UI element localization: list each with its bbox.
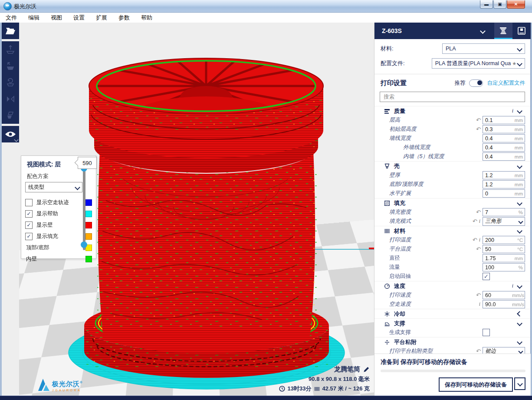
setting-checkbox[interactable] xyxy=(483,329,490,336)
recommended-custom-toggle[interactable] xyxy=(469,79,483,87)
setting-input[interactable] xyxy=(483,126,512,133)
close-button[interactable]: ✕ xyxy=(507,0,525,9)
tab-preview[interactable] xyxy=(494,23,512,39)
setting-input[interactable] xyxy=(483,292,512,299)
setting-input[interactable] xyxy=(483,181,512,188)
layer-slider-track[interactable] xyxy=(83,163,85,250)
section-header-shell[interactable]: 壳 xyxy=(374,161,530,171)
viewport-3d[interactable]: 视图模式: 层 配色方案 线类型 显示空走轨迹✓显示帮助✓显示壁✓显示填充顶部/… xyxy=(19,23,374,396)
custom-profile-link[interactable]: 自定义配置文件 xyxy=(487,79,525,87)
section-header-support[interactable]: 支撑 xyxy=(374,318,530,328)
legend-checkbox[interactable]: ✓ xyxy=(25,210,33,218)
move-tool-button[interactable] xyxy=(2,41,19,58)
setting-value-box[interactable]: % xyxy=(483,263,525,271)
setting-input[interactable] xyxy=(483,246,512,253)
setting-value-box[interactable]: mm xyxy=(483,254,525,262)
setting-input[interactable] xyxy=(483,190,512,197)
color-scheme-dropdown[interactable]: 线类型 xyxy=(25,182,82,192)
menu-item-6[interactable]: 参数 xyxy=(113,14,135,22)
save-options-button[interactable] xyxy=(514,377,525,390)
settings-search[interactable] xyxy=(380,92,525,102)
menu-item-1[interactable]: 文件 xyxy=(0,14,23,22)
undo-icon[interactable]: ↶ xyxy=(476,117,481,123)
section-header-infill[interactable]: 填充 xyxy=(374,198,530,208)
info-icon[interactable]: i xyxy=(479,237,480,243)
multiply-icon xyxy=(5,110,16,121)
setting-value-box[interactable]: °C xyxy=(483,245,525,253)
setting-input[interactable] xyxy=(483,117,512,124)
save-to-removable-button[interactable]: 保存到可移动的存储设备 xyxy=(439,377,513,392)
chevron-down-icon[interactable] xyxy=(517,108,522,114)
menu-item-7[interactable]: 帮助 xyxy=(135,14,158,22)
chevron-down-icon[interactable] xyxy=(517,339,522,345)
setting-value-box[interactable]: mm/s xyxy=(483,300,525,308)
setting-input[interactable] xyxy=(483,255,512,262)
chevron-down-icon[interactable] xyxy=(517,283,522,289)
setting-value-box[interactable]: mm xyxy=(483,125,525,133)
chevron-down-icon[interactable] xyxy=(517,163,522,169)
undo-icon[interactable]: ↶ xyxy=(476,126,481,132)
setting-value-box[interactable]: % xyxy=(483,208,525,216)
setting-input[interactable] xyxy=(483,301,512,308)
settings-search-input[interactable] xyxy=(383,93,522,100)
setting-value-box[interactable]: mm xyxy=(483,116,525,124)
info-icon[interactable]: i xyxy=(479,218,480,225)
undo-icon[interactable]: ↶ xyxy=(476,292,481,298)
setting-value-box[interactable]: mm xyxy=(483,171,525,179)
undo-icon[interactable]: ↶ xyxy=(473,237,477,243)
menu-item-4[interactable]: 设置 xyxy=(68,14,90,22)
layer-slider[interactable] xyxy=(82,160,86,254)
mirror-tool-button[interactable] xyxy=(2,91,19,107)
section-header-speed[interactable]: 速度i xyxy=(374,281,530,291)
section-header-material[interactable]: 材料 xyxy=(374,226,530,235)
setting-value-box[interactable]: mm xyxy=(483,143,525,152)
undo-icon[interactable]: ↶ xyxy=(473,218,477,224)
rotate-tool-button[interactable] xyxy=(2,74,19,91)
chevron-down-icon[interactable] xyxy=(517,228,522,234)
legend-checkbox[interactable]: ✓ xyxy=(25,221,33,229)
layer-slider-lower-handle[interactable] xyxy=(81,241,87,248)
chevron-down-icon[interactable] xyxy=(480,28,486,34)
setting-input[interactable] xyxy=(483,135,512,142)
profile-dropdown[interactable]: PLA 普通质量(PLA Normal Qua ★ xyxy=(432,58,525,69)
setting-value-box[interactable]: mm/s xyxy=(483,291,525,299)
printer-name[interactable]: Z-603S xyxy=(382,27,481,34)
legend-checkbox[interactable]: ✓ xyxy=(25,233,33,240)
info-icon[interactable]: i xyxy=(512,108,513,114)
setting-input[interactable] xyxy=(483,237,512,244)
menu-item-2[interactable]: 编辑 xyxy=(23,14,45,22)
chevron-down-icon[interactable] xyxy=(517,200,522,206)
legend-checkbox[interactable] xyxy=(25,199,33,206)
chevron-down-icon[interactable] xyxy=(517,321,522,326)
setting-value-box[interactable]: mm xyxy=(483,152,525,161)
setting-value-box[interactable]: °C xyxy=(483,236,525,244)
chevron-left-icon[interactable] xyxy=(517,311,522,317)
setting-checkbox[interactable]: ✓ xyxy=(483,273,490,280)
tab-monitor[interactable] xyxy=(512,23,531,39)
maximize-button[interactable]: ▣ xyxy=(493,0,506,9)
setting-input[interactable] xyxy=(483,153,512,160)
info-icon[interactable]: i xyxy=(479,301,480,307)
scale-tool-button[interactable] xyxy=(2,58,19,74)
undo-icon[interactable]: ↶ xyxy=(476,246,481,252)
info-icon[interactable]: i xyxy=(512,283,513,289)
setting-value-box[interactable]: mm xyxy=(483,134,525,142)
edit-model-name-icon[interactable] xyxy=(363,366,370,373)
section-header-cooling[interactable]: 冷却 xyxy=(374,309,530,318)
setting-input[interactable] xyxy=(483,144,512,151)
section-header-quality[interactable]: 质量i xyxy=(374,106,530,116)
multiply-tool-button[interactable] xyxy=(2,107,19,124)
section-header-adhesion[interactable]: 平台粘附 xyxy=(374,337,530,347)
setting-input[interactable] xyxy=(483,264,512,271)
setting-value-box[interactable]: mm xyxy=(483,180,525,188)
open-file-button[interactable] xyxy=(2,23,19,39)
setting-value-box[interactable]: mm xyxy=(483,189,525,198)
setting-input[interactable] xyxy=(483,209,512,216)
undo-icon[interactable]: ↶ xyxy=(476,209,481,215)
minimize-button[interactable]: ▬ xyxy=(480,0,493,9)
menu-item-3[interactable]: 视图 xyxy=(45,14,68,22)
material-dropdown[interactable]: PLA xyxy=(442,43,525,54)
setting-select[interactable]: 三角形 xyxy=(483,217,525,226)
setting-input[interactable] xyxy=(483,172,512,179)
menu-item-5[interactable]: 扩展 xyxy=(90,14,113,22)
